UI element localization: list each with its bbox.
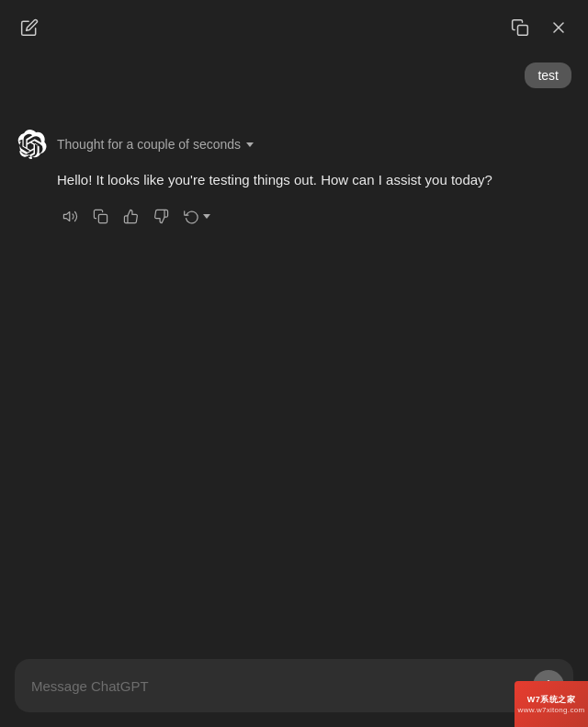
header-left [17,15,42,40]
action-bar [57,204,571,229]
chevron-down-icon[interactable] [246,142,254,147]
header [0,0,588,51]
copy-window-button[interactable] [507,15,533,40]
assistant-message-text: Hello! It looks like you're testing thin… [57,169,571,191]
watermark: W7系统之家 www.w7xitong.com [514,681,588,727]
edit-button[interactable] [17,15,42,40]
thought-label: Thought for a couple of seconds [57,137,254,152]
header-right [507,15,571,40]
svg-rect-4 [98,214,107,222]
app-container: test Thought for a couple of seconds Hel… [0,0,588,727]
user-avatar-bubble: test [525,62,571,88]
message-input[interactable] [31,678,526,694]
copy-button[interactable] [87,204,114,229]
regenerate-button[interactable] [178,204,216,229]
regenerate-chevron-icon [203,214,210,219]
thumbs-down-button[interactable] [148,204,175,229]
thumbs-up-button[interactable] [118,204,144,229]
assistant-message: Thought for a couple of seconds Hello! I… [17,129,571,229]
assistant-header: Thought for a couple of seconds [17,129,571,160]
speak-button[interactable] [57,204,84,229]
close-button[interactable] [546,15,571,40]
svg-rect-0 [518,26,528,36]
watermark-top: W7系统之家 [527,694,576,706]
input-container [15,659,573,712]
thought-text: Thought for a couple of seconds [57,137,241,152]
gpt-logo [17,129,48,160]
watermark-bottom: www.w7xitong.com [518,706,585,714]
svg-marker-3 [63,212,69,222]
input-area [0,648,588,727]
chat-area: Thought for a couple of seconds Hello! I… [0,51,588,648]
